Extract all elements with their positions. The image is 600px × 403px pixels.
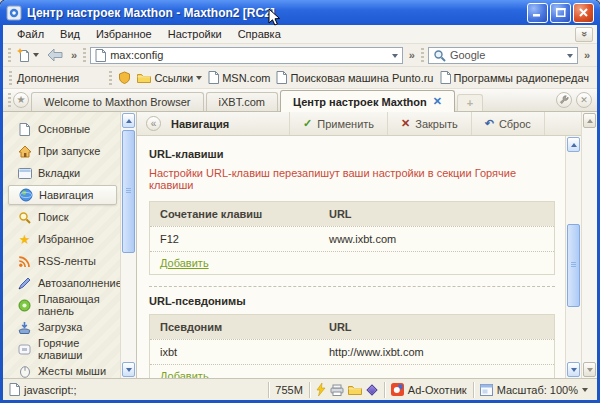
toolbar-overflow-chevron[interactable]: » bbox=[407, 49, 417, 61]
sidebar-item-favorites[interactable]: ★ Избранное bbox=[8, 229, 117, 249]
download-icon bbox=[17, 320, 32, 335]
reset-button[interactable]: ↶ Сброс bbox=[471, 112, 545, 135]
addons-label[interactable]: Дополнения bbox=[17, 72, 79, 84]
toolbar-grip[interactable] bbox=[109, 71, 112, 85]
scroll-up-button[interactable] bbox=[583, 113, 596, 128]
settings-sidebar: Основные При запуске Вкладки Навигация П… bbox=[3, 112, 120, 378]
sidebar-item-floating-panel[interactable]: Плавающая панель bbox=[8, 295, 117, 315]
bookmark-msn[interactable]: MSN.com bbox=[208, 71, 270, 84]
sidebar-item-hotkeys[interactable]: Горячие клавиши bbox=[8, 339, 117, 359]
toolbar-grip[interactable] bbox=[9, 71, 12, 85]
menu-view[interactable]: Вид bbox=[52, 26, 88, 42]
zoom-control[interactable]: Масштаб: 100% bbox=[473, 382, 594, 398]
address-bar[interactable]: max:config bbox=[90, 47, 403, 64]
minimize-button[interactable] bbox=[527, 3, 548, 23]
new-tab-button[interactable] bbox=[15, 47, 41, 64]
address-value: max:config bbox=[110, 49, 163, 61]
scroll-up-button[interactable] bbox=[122, 113, 135, 128]
scroll-down-button[interactable] bbox=[583, 362, 596, 377]
add-row: Добавить bbox=[150, 251, 554, 274]
plugin-diamond-icon[interactable] bbox=[366, 384, 377, 395]
sidebar-item-navigation[interactable]: Навигация bbox=[8, 185, 117, 205]
tab-welcome[interactable]: Welcome to Maxthon Browser bbox=[31, 92, 204, 111]
sidebar-item-rss[interactable]: RSS-ленты bbox=[8, 251, 117, 271]
tab-close-icon[interactable]: ✕ bbox=[433, 95, 442, 108]
scrollbar-thumb[interactable] bbox=[567, 224, 580, 307]
menu-bar: Файл Вид Избранное Настройки Справка » bbox=[3, 25, 597, 44]
sidebar-item-download[interactable]: Загрузка bbox=[8, 317, 117, 337]
bookmark-label: MSN.com bbox=[222, 72, 270, 84]
scroll-down-button[interactable] bbox=[567, 362, 580, 377]
status-text: javascript:; bbox=[24, 384, 77, 396]
title-bar[interactable]: Центр настроек Maxthon - Maxthon2 [RC2] bbox=[3, 0, 597, 25]
sidebar-item-label: Вкладки bbox=[38, 167, 80, 179]
menu-favorites[interactable]: Избранное bbox=[88, 26, 160, 42]
page-scrollbar[interactable] bbox=[581, 112, 597, 378]
scrollbar-thumb[interactable] bbox=[122, 130, 135, 253]
menu-settings[interactable]: Настройки bbox=[160, 26, 230, 42]
close-panel-button[interactable]: ✕ Закрыть bbox=[387, 112, 471, 135]
ad-hunter-indicator[interactable]: Ad-Охотник bbox=[384, 382, 473, 398]
tab-close-all-button[interactable]: ✕ bbox=[576, 92, 592, 108]
add-url-key-link[interactable]: Добавить bbox=[160, 257, 209, 269]
client-area: Файл Вид Избранное Настройки Справка » »… bbox=[3, 25, 597, 400]
tab-label: Welcome to Maxthon Browser bbox=[44, 96, 191, 108]
bookmark-radio[interactable]: Программы радиопередач bbox=[440, 71, 590, 84]
window-controls bbox=[527, 3, 594, 23]
menu-help[interactable]: Справка bbox=[230, 26, 289, 42]
search-dropdown-icon[interactable] bbox=[567, 54, 573, 61]
new-tab-ghost-button[interactable]: + bbox=[457, 94, 483, 111]
sidebar-scrollbar[interactable] bbox=[120, 112, 136, 378]
sidebar-item-autofill[interactable]: Автозаполнение bbox=[8, 273, 117, 293]
tab-ixbt[interactable]: iXBT.com bbox=[206, 92, 278, 111]
memory-indicator: 755M bbox=[268, 382, 309, 398]
panel-body: URL-клавиши Настройки URL-клавиш перезап… bbox=[137, 136, 581, 378]
folder-icon[interactable] bbox=[348, 384, 362, 395]
scrollbar-track[interactable] bbox=[583, 129, 596, 361]
toolbar-overflow-chevron[interactable]: » bbox=[69, 49, 79, 61]
sidebar-item-search[interactable]: Поиск bbox=[8, 207, 117, 227]
close-button[interactable] bbox=[573, 3, 594, 23]
maxthon-window: Центр настроек Maxthon - Maxthon2 [RC2] … bbox=[0, 0, 600, 403]
table-row[interactable]: ixbt http://www.ixbt.com bbox=[150, 339, 554, 364]
favorites-tab-button[interactable]: ★ bbox=[13, 92, 29, 108]
lightning-icon[interactable] bbox=[316, 383, 326, 396]
menu-file[interactable]: Файл bbox=[9, 26, 52, 42]
tab-tools-button[interactable] bbox=[556, 92, 572, 108]
sidebar-item-general[interactable]: Основные bbox=[8, 119, 117, 139]
sidebar-item-tabs[interactable]: Вкладки bbox=[8, 163, 117, 183]
content-scrollbar[interactable] bbox=[565, 136, 581, 378]
url-cell: www.ixbt.com bbox=[329, 233, 544, 245]
menu-overflow-button[interactable]: » bbox=[575, 27, 593, 42]
back-button[interactable] bbox=[45, 47, 65, 63]
star-icon: ★ bbox=[17, 95, 26, 105]
add-url-alias-link[interactable]: Добавить bbox=[160, 370, 209, 378]
toolbar-grip[interactable] bbox=[421, 48, 424, 62]
sidebar-item-startup[interactable]: При запуске bbox=[8, 141, 117, 161]
scroll-up-button[interactable] bbox=[567, 137, 580, 152]
search-box[interactable]: Google bbox=[428, 47, 578, 64]
home-icon bbox=[17, 144, 32, 159]
scrollbar-track[interactable] bbox=[122, 129, 135, 361]
table-row[interactable]: F12 www.ixbt.com bbox=[150, 226, 554, 251]
url-keys-table: Сочетание клавиш URL F12 www.ixbt.com До… bbox=[149, 201, 555, 275]
tab-settings-center[interactable]: Центр настроек Maxthon ✕ bbox=[280, 90, 455, 112]
scroll-down-button[interactable] bbox=[122, 362, 135, 377]
star-icon: ★ bbox=[17, 232, 32, 247]
shield-icon[interactable] bbox=[118, 71, 131, 84]
apply-button[interactable]: ✓ Применить bbox=[289, 112, 387, 135]
toolbar-grip[interactable] bbox=[8, 48, 11, 62]
collapse-sidebar-button[interactable]: « bbox=[146, 116, 161, 131]
sidebar-item-label: При запуске bbox=[38, 145, 100, 157]
toolbar-grip[interactable] bbox=[83, 48, 86, 62]
bookmark-punto[interactable]: Поисковая машина Punto.ru bbox=[276, 71, 433, 84]
links-folder-button[interactable]: Ссылки bbox=[137, 72, 202, 84]
printer-icon[interactable] bbox=[330, 384, 344, 396]
address-dropdown-icon[interactable] bbox=[392, 54, 398, 61]
scrollbar-track[interactable] bbox=[567, 153, 580, 361]
toolbar-grip[interactable] bbox=[8, 93, 11, 107]
toolbar-overflow-chevron[interactable]: » bbox=[582, 49, 592, 61]
minimize-icon bbox=[533, 8, 543, 17]
maximize-button[interactable] bbox=[550, 3, 571, 23]
section-heading-url-keys: URL-клавиши bbox=[149, 148, 555, 160]
